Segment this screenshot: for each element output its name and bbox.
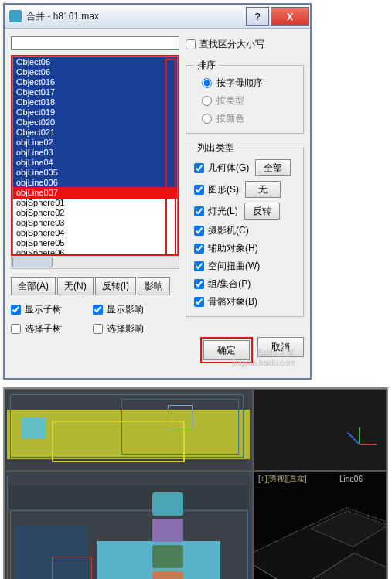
viewport-front[interactable] <box>5 471 253 579</box>
type-row: 骨骼对象(B) <box>194 295 297 308</box>
all-button[interactable]: 全部(A) <box>11 277 56 295</box>
type-label: 组/集合(P) <box>208 278 251 291</box>
type-row: 空间扭曲(W) <box>194 260 297 273</box>
list-item[interactable]: Object020 <box>13 118 177 128</box>
ok-highlight: 确定 <box>200 337 253 363</box>
list-item[interactable]: objSphere05 <box>13 238 177 248</box>
cancel-button[interactable]: 取消 <box>257 337 304 357</box>
list-item[interactable]: objSphere02 <box>13 208 177 218</box>
type-label: 灯光(L) <box>208 205 238 218</box>
type-check[interactable]: 组/集合(P) <box>194 278 251 291</box>
show-subtree-box[interactable] <box>11 305 21 315</box>
list-item[interactable]: objSphere03 <box>13 218 177 228</box>
type-row: 图形(S)无 <box>194 181 297 198</box>
merge-dialog: 合并 - h8161.max ? X Object06Object06Objec… <box>3 3 312 380</box>
type-none-button[interactable]: 无 <box>245 181 281 198</box>
list-item[interactable]: objSphere04 <box>13 228 177 238</box>
type-label: 摄影机(C) <box>208 224 249 237</box>
type-row: 摄影机(C) <box>194 224 297 237</box>
influence-button[interactable]: 影响 <box>138 277 170 295</box>
type-check[interactable]: 辅助对象(H) <box>194 242 258 255</box>
list-item[interactable]: objLine006 <box>13 178 177 188</box>
type-box[interactable] <box>194 279 204 289</box>
type-label: 骨骼对象(B) <box>208 295 257 308</box>
sort-option[interactable]: 按字母顺序 <box>202 77 297 90</box>
type-row: 灯光(L)反转 <box>194 203 297 220</box>
select-subtree-box[interactable] <box>11 324 21 334</box>
window-title: 合并 - h8161.max <box>26 10 99 23</box>
select-influence-box[interactable] <box>93 324 103 334</box>
show-influence-label: 显示影响 <box>107 303 144 316</box>
list-item[interactable]: objSphere06 <box>13 248 177 254</box>
sort-label: 按颜色 <box>216 112 244 125</box>
type-check[interactable]: 几何体(G) <box>194 162 249 175</box>
select-influence-check[interactable]: 选择影响 <box>93 322 144 335</box>
type-row: 几何体(G)全部 <box>194 159 297 176</box>
type-label: 辅助对象(H) <box>208 242 258 255</box>
type-label: 几何体(G) <box>208 162 249 175</box>
sort-label: 按类型 <box>216 94 244 107</box>
type-check[interactable]: 空间扭曲(W) <box>194 260 260 273</box>
viewport-top[interactable] <box>5 389 253 471</box>
invert-button[interactable]: 反转(I) <box>95 277 136 295</box>
type-box[interactable] <box>194 261 204 271</box>
ok-button[interactable]: 确定 <box>203 340 250 360</box>
list-hscroll[interactable] <box>11 256 179 269</box>
type-box[interactable] <box>194 163 204 173</box>
type-check[interactable]: 摄影机(C) <box>194 224 249 237</box>
type-box[interactable] <box>194 297 204 307</box>
sort-legend: 排序 <box>194 59 219 72</box>
viewport-label: [+][透视][真实] <box>258 474 307 485</box>
select-subtree-check[interactable]: 选择子树 <box>11 322 62 335</box>
sort-option[interactable]: 按类型 <box>202 94 297 107</box>
sort-radio[interactable] <box>202 78 212 88</box>
list-item[interactable]: objLine04 <box>13 158 177 168</box>
type-label: 图形(S) <box>208 183 239 196</box>
type-invert-button[interactable]: 反转 <box>244 203 280 220</box>
perspective-geometry <box>253 507 387 579</box>
list-item[interactable]: Object018 <box>13 97 177 107</box>
show-subtree-check[interactable]: 显示子树 <box>11 303 62 316</box>
show-subtree-label: 显示子树 <box>25 303 62 316</box>
type-box[interactable] <box>194 185 204 195</box>
viewport-top-right[interactable] <box>253 389 387 471</box>
list-item[interactable]: objLine007 <box>13 188 177 198</box>
sort-radio[interactable] <box>202 96 212 106</box>
list-item[interactable]: Object016 <box>13 77 177 87</box>
select-subtree-label: 选择子树 <box>25 322 62 335</box>
list-item[interactable]: objLine02 <box>13 138 177 148</box>
list-item[interactable]: objLine005 <box>13 168 177 178</box>
list-item[interactable]: Object017 <box>13 87 177 97</box>
search-input[interactable] <box>11 36 179 50</box>
type-box[interactable] <box>194 206 204 216</box>
object-label: Line06 <box>339 475 363 483</box>
object-listbox[interactable]: Object06Object06Object016Object017Object… <box>12 56 178 254</box>
list-item[interactable]: Object021 <box>13 128 177 138</box>
type-row: 辅助对象(H) <box>194 242 297 255</box>
case-sensitive-box[interactable] <box>186 39 196 49</box>
type-box[interactable] <box>194 244 204 254</box>
list-item[interactable]: Object06 <box>13 67 177 77</box>
case-sensitive-check[interactable]: 查找区分大小写 <box>186 38 304 51</box>
sort-label: 按字母顺序 <box>216 77 263 90</box>
sort-radio[interactable] <box>202 114 212 124</box>
viewport-perspective[interactable]: [+][透视][真实] Line06 <box>253 471 387 579</box>
color-patches <box>152 472 183 579</box>
list-item[interactable]: objLine03 <box>13 148 177 158</box>
show-influence-box[interactable] <box>93 305 103 315</box>
sort-option[interactable]: 按颜色 <box>202 112 297 125</box>
list-item[interactable]: objSphere01 <box>13 198 177 208</box>
list-types-legend: 列出类型 <box>194 141 237 155</box>
list-types-group: 列出类型 几何体(G)全部图形(S)无灯光(L)反转摄影机(C)辅助对象(H)空… <box>186 141 304 317</box>
type-label: 空间扭曲(W) <box>208 260 260 273</box>
type-row: 组/集合(P) <box>194 278 297 291</box>
type-check[interactable]: 图形(S) <box>194 183 239 196</box>
list-item[interactable]: Object06 <box>13 57 177 67</box>
list-item[interactable]: Object019 <box>13 107 177 118</box>
type-all-button[interactable]: 全部 <box>255 159 291 176</box>
none-button[interactable]: 无(N) <box>57 277 94 295</box>
type-check[interactable]: 骨骼对象(B) <box>194 295 257 308</box>
show-influence-check[interactable]: 显示影响 <box>93 303 144 316</box>
type-box[interactable] <box>194 226 204 236</box>
type-check[interactable]: 灯光(L) <box>194 205 238 218</box>
